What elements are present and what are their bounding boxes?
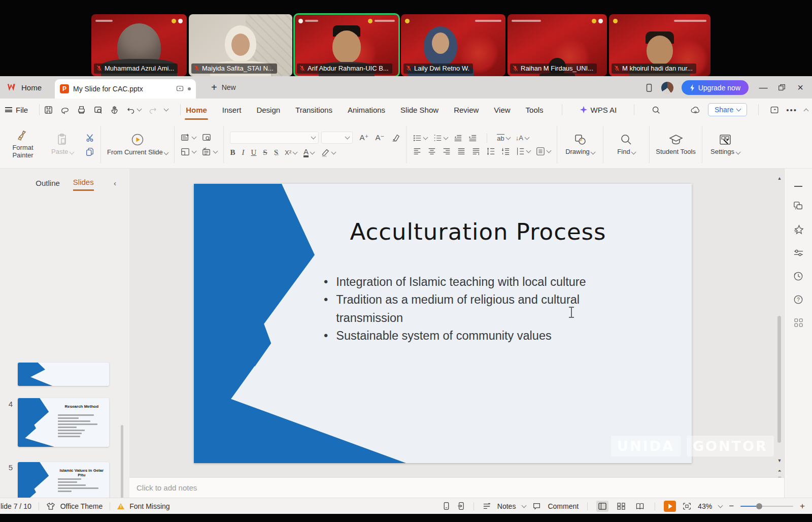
decrease-font-button[interactable]: A⁻ [375,133,384,142]
notes-dropdown-icon[interactable] [522,503,527,508]
thumbnails-scrollbar[interactable] [121,425,123,499]
bold-button[interactable]: B [230,148,235,157]
hamburger-menu-icon[interactable] [5,107,12,112]
send-to-phone-icon[interactable] [457,502,465,510]
wps-home-tab[interactable]: Home [0,76,55,99]
menu-view[interactable]: View [493,101,511,119]
window-restore-button[interactable] [778,84,786,91]
phone-view-icon[interactable] [443,502,450,510]
align-left-icon[interactable] [413,147,422,156]
slide-sorter-view-button[interactable] [615,501,627,512]
slideshow-play-button[interactable] [664,501,676,512]
increase-indent-icon[interactable] [468,134,477,143]
font-missing-label[interactable]: Font Missing [129,502,170,510]
superscript-button[interactable]: X² [285,149,291,156]
mobile-device-icon[interactable] [645,83,653,92]
slide-zoom-icon[interactable] [202,133,211,142]
participant-tile[interactable]: M khoirul hadi dan nur... [609,14,710,76]
participant-tile[interactable]: Raihan M Firdaus_UNI... [507,14,607,76]
participant-tile[interactable]: Laily Dwi Retno W. [401,14,505,76]
canvas-scrollbar[interactable]: ▲ ▼ ⏶ ⏷ [776,173,783,477]
drawing-dropdown-icon[interactable] [591,149,596,154]
menu-transitions[interactable]: Transitions [294,101,333,119]
undo-icon[interactable] [126,106,136,114]
menu-home[interactable]: Home [185,101,208,119]
paste-button[interactable]: Paste [46,134,79,156]
decrease-indent-icon[interactable] [453,134,462,143]
scrollbar-thumb[interactable] [777,316,781,443]
superscript-dropdown-icon[interactable] [293,149,298,154]
collapse-panel-icon[interactable]: ‹ [114,179,116,187]
numbered-dropdown-icon[interactable] [444,135,449,140]
history-clock-icon[interactable] [793,271,803,281]
zoom-dropdown-icon[interactable] [718,503,723,508]
new-document-button[interactable]: + New [203,76,244,99]
zoom-in-button[interactable]: + [800,501,805,511]
text-shadow-button[interactable]: S [274,148,278,157]
zoom-slider[interactable] [740,503,793,509]
clear-format-icon[interactable] [391,133,400,142]
slide-7[interactable]: Acculturation Process •Integration of Is… [194,184,692,463]
search-icon[interactable] [652,106,660,114]
fit-to-window-icon[interactable] [683,502,691,510]
slide-title[interactable]: Acculturation Process [321,218,635,245]
paste-dropdown-icon[interactable] [69,149,74,154]
highlight-dropdown-icon[interactable] [331,149,336,154]
zoom-out-button[interactable]: − [729,501,734,511]
settings-dropdown-icon[interactable] [735,149,740,154]
cloud-sync-icon[interactable] [690,106,701,114]
notes-area[interactable]: Click to add notes [129,477,784,498]
outline-tab[interactable]: Outline [36,179,60,190]
cut-icon[interactable] [85,133,94,142]
find-button[interactable]: Find [610,134,643,156]
text-direction-dropdown-icon[interactable] [525,135,530,140]
scroll-down-icon[interactable]: ▼ [776,458,783,463]
hand-tool-icon[interactable] [110,105,119,115]
effects-star-icon[interactable] [793,224,804,235]
upgrade-now-button[interactable]: Upgrade now [682,80,749,95]
notes-toggle[interactable]: Notes [497,502,516,510]
lasso-select-icon[interactable] [60,105,70,115]
slide-body-text[interactable]: •Integration of Islamic teaching with lo… [324,273,638,345]
collapse-ribbon-icon[interactable] [804,108,809,113]
switch-toolbar-icon[interactable] [770,106,779,114]
settings-button[interactable]: Settings [708,134,742,156]
window-close-button[interactable]: × [794,82,807,93]
slide-layout-icon[interactable] [181,147,190,156]
reset-dropdown-icon[interactable] [213,148,218,153]
quick-access-dropdown-icon[interactable] [164,107,169,112]
bullet-list-icon[interactable] [413,134,422,143]
normal-view-button[interactable] [596,501,608,512]
undo-dropdown-icon[interactable] [137,107,142,112]
print-preview-icon[interactable] [93,105,103,115]
new-slide-icon[interactable] [181,133,190,142]
line-height-icon[interactable] [516,147,525,156]
present-on-screen-icon[interactable] [176,85,184,92]
zoom-level[interactable]: 43% [698,502,712,510]
reading-view-button[interactable] [634,501,646,512]
menu-wps-ai[interactable]: WPS AI [580,106,617,114]
font-size-combo[interactable] [321,132,353,144]
character-spacing-dropdown-icon[interactable] [505,135,511,140]
redo-icon[interactable] [148,106,157,114]
zoom-slider-handle[interactable] [756,503,762,509]
slides-tab[interactable]: Slides [73,178,94,191]
share-button[interactable]: Share [708,103,747,116]
comment-icon[interactable] [532,502,541,510]
new-slide-dropdown-icon[interactable] [192,134,197,139]
menu-tools[interactable]: Tools [525,101,545,119]
line-height-dropdown-icon[interactable] [526,148,531,153]
character-spacing-button[interactable]: ab [497,134,504,142]
text-direction-button[interactable]: ↓A [516,134,523,142]
menu-insert[interactable]: Insert [221,101,243,119]
notes-icon[interactable] [483,503,491,510]
font-family-combo[interactable] [230,132,319,144]
menu-slide-show[interactable]: Slide Show [399,101,439,119]
slide-thumbnail-partial[interactable] [18,363,109,386]
menu-design[interactable]: Design [255,101,281,119]
apps-grid-icon[interactable] [794,318,803,328]
paragraph-spacing-icon[interactable] [501,147,510,156]
document-tab[interactable]: P My Slide for CAC.pptx [55,79,196,99]
hide-panel-icon[interactable] [794,185,803,188]
slide-editing-canvas[interactable]: Acculturation Process •Integration of Is… [129,169,784,477]
